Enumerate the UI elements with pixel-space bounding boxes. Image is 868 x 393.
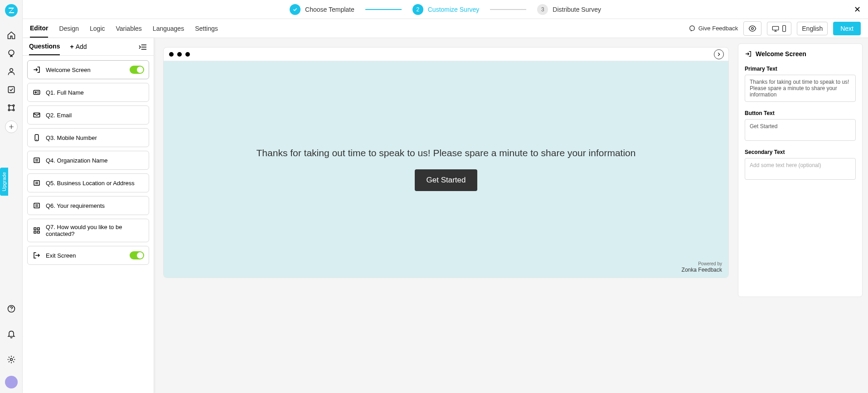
tab-variables[interactable]: Variables (116, 20, 142, 37)
sidebar-tab-questions[interactable]: Questions (29, 43, 60, 55)
question-item[interactable]: Q2. Email (27, 105, 149, 125)
plus-icon: + (70, 43, 73, 50)
step-3-label: Distribute Survey (553, 6, 601, 13)
svg-rect-3 (8, 86, 14, 92)
home-icon[interactable] (6, 30, 17, 41)
question-label: Q3. Mobile Number (46, 134, 97, 141)
question-item[interactable]: Q4. Organization Name (27, 151, 149, 170)
left-nav-rail: Upgrade (0, 0, 23, 393)
question-item[interactable]: Exit Screen (27, 246, 149, 265)
svg-point-7 (13, 109, 14, 110)
upgrade-tab[interactable]: Upgrade (0, 168, 8, 196)
window-dot (185, 52, 190, 57)
device-toggle[interactable] (767, 22, 791, 35)
language-selector[interactable]: English (797, 22, 828, 35)
question-label: Q7. How would you like to be contacted? (46, 224, 144, 237)
toolbar: Editor Design Logic Variables Languages … (23, 19, 868, 38)
text-icon (32, 201, 41, 210)
workflows-icon[interactable] (6, 102, 17, 113)
questions-sidebar: Questions +Add Welcome ScreenQ1. Full Na… (23, 38, 154, 393)
tab-logic[interactable]: Logic (90, 20, 105, 37)
phone-icon (32, 133, 41, 142)
step-1[interactable]: Choose Template (290, 4, 354, 15)
preview-canvas: Thanks for taking out time to speak to u… (163, 47, 729, 278)
primary-text-label: Primary Text (745, 66, 856, 72)
get-started-button[interactable]: Get Started (415, 169, 478, 191)
svg-rect-18 (34, 158, 39, 163)
give-feedback-button[interactable]: Give Feedback (689, 25, 738, 32)
svg-rect-23 (34, 231, 36, 234)
id-icon (32, 88, 41, 97)
tab-design[interactable]: Design (59, 20, 79, 37)
secondary-text-input[interactable]: Add some text here (optional) (745, 158, 856, 180)
question-label: Q4. Organization Name (46, 157, 108, 164)
question-item[interactable]: Welcome Screen (27, 60, 149, 79)
sidebar-tab-add[interactable]: +Add (70, 43, 87, 55)
button-text-input[interactable]: Get Started (745, 119, 856, 141)
toggle-switch[interactable] (130, 66, 144, 74)
secondary-text-label: Secondary Text (745, 149, 856, 155)
question-item[interactable]: Q7. How would you like to be contacted? (27, 219, 149, 242)
question-item[interactable]: Q6. Your requirements (27, 196, 149, 215)
tab-languages[interactable]: Languages (153, 20, 184, 37)
chat-icon (689, 25, 696, 32)
svg-rect-12 (773, 26, 779, 30)
next-slide-button[interactable] (714, 49, 724, 59)
question-label: Q5. Business Location or Address (46, 180, 135, 187)
svg-rect-21 (34, 228, 36, 230)
tab-settings[interactable]: Settings (195, 20, 218, 37)
svg-point-6 (8, 109, 10, 110)
step-1-label: Choose Template (305, 6, 354, 13)
button-text-label: Button Text (745, 110, 856, 116)
step-connector (490, 9, 526, 10)
svg-rect-20 (34, 203, 39, 208)
svg-rect-19 (34, 181, 39, 186)
tab-editor[interactable]: Editor (30, 19, 48, 38)
collapse-icon[interactable] (138, 43, 147, 54)
check-icon (290, 4, 301, 15)
grid-icon (32, 226, 41, 235)
tasks-icon[interactable] (6, 84, 17, 95)
text-icon (32, 178, 41, 187)
window-dot (177, 52, 182, 57)
contacts-icon[interactable] (6, 66, 17, 77)
canvas-header (164, 48, 728, 61)
svg-point-2 (10, 68, 13, 72)
chevron-right-icon (717, 52, 721, 57)
question-label: Q6. Your requirements (46, 202, 105, 209)
question-item[interactable]: Q5. Business Location or Address (27, 173, 149, 192)
powered-small: Powered by (682, 261, 722, 267)
primary-text-input[interactable]: Thanks for taking out time to speak to u… (745, 75, 856, 102)
add-button[interactable] (5, 120, 18, 133)
sidebar-add-label: Add (76, 43, 87, 50)
help-icon[interactable] (6, 303, 17, 314)
desktop-icon (772, 25, 779, 32)
step-3[interactable]: 3 Distribute Survey (537, 4, 601, 15)
question-item[interactable]: Q1. Full Name (27, 83, 149, 102)
question-label: Welcome Screen (46, 67, 91, 73)
svg-point-15 (35, 92, 36, 93)
next-button[interactable]: Next (833, 22, 861, 35)
preview-button[interactable] (743, 21, 761, 36)
conversations-icon[interactable] (6, 48, 17, 59)
question-item[interactable]: Q3. Mobile Number (27, 128, 149, 147)
eye-icon (748, 24, 756, 33)
notifications-icon[interactable] (6, 329, 17, 340)
toggle-switch[interactable] (130, 251, 144, 259)
powered-by: Powered by Zonka Feedback (682, 261, 722, 273)
window-dot (169, 52, 174, 57)
exit-icon (32, 251, 41, 260)
stepper: Choose Template 2 Customize Survey 3 Dis… (23, 0, 868, 19)
app-logo[interactable] (4, 3, 19, 18)
powered-brand: Zonka Feedback (682, 267, 722, 273)
close-icon[interactable]: ✕ (854, 5, 861, 14)
mobile-icon (782, 25, 786, 32)
user-avatar[interactable] (5, 376, 18, 388)
panel-title: Welcome Screen (756, 50, 806, 58)
welcome-text: Thanks for taking out time to speak to u… (257, 148, 636, 158)
step-2[interactable]: 2 Customize Survey (412, 4, 480, 15)
svg-point-11 (752, 27, 754, 29)
svg-point-5 (13, 105, 14, 106)
settings-icon[interactable] (6, 354, 17, 365)
svg-point-4 (8, 105, 10, 106)
